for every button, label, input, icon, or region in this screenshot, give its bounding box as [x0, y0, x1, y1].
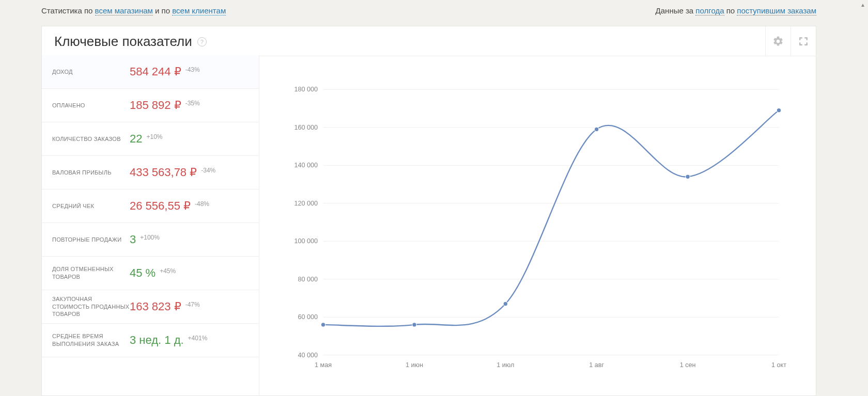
data-point[interactable]: [321, 323, 325, 327]
top-bar-text: Статистика по: [41, 6, 95, 15]
metric-value: 163 823 ₽: [130, 300, 181, 313]
metric-label: ВАЛОВАЯ ПРИБЫЛЬ: [52, 169, 130, 177]
fullscreen-icon: [799, 37, 808, 46]
dashboard-panel: Ключевые показатели ? ДОХОД584 244 ₽-43%: [41, 26, 816, 396]
metric-value: 22: [130, 132, 142, 146]
data-point[interactable]: [686, 175, 690, 179]
metric-avg_fulfilment[interactable]: СРЕДНЕЕ ВРЕМЯ ВЫПОЛНЕНИЯ ЗАКАЗА3 нед. 1 …: [42, 324, 259, 357]
metric-value: 584 244 ₽: [130, 65, 181, 78]
metric-delta: -47%: [185, 301, 200, 308]
y-tick-label: 60 000: [298, 313, 318, 321]
top-bar-right: Данные за полгода по поступившим заказам: [656, 6, 816, 15]
metric-delta: +100%: [140, 234, 160, 241]
help-icon[interactable]: ?: [197, 37, 207, 46]
y-tick-label: 180 000: [294, 86, 318, 93]
x-tick-label: 1 мая: [315, 361, 332, 369]
link-all-shops[interactable]: всем магазинам: [95, 6, 153, 15]
metric-label: ЗАКУПОЧНАЯ СТОИМОСТЬ ПРОДАННЫХ ТОВАРОВ: [52, 295, 130, 319]
top-bar-text: и по: [155, 6, 172, 15]
x-tick-label: 1 окт: [771, 361, 786, 369]
page: ▲ Статистика по всем магазинам и по всем…: [0, 0, 868, 396]
link-period[interactable]: полгода: [695, 6, 724, 15]
data-point[interactable]: [777, 108, 781, 112]
metric-label: ДОЛЯ ОТМЕНЕННЫХ ТОВАРОВ: [52, 265, 130, 281]
metrics-list: ДОХОД584 244 ₽-43%ОПЛАЧЕНО185 892 ₽-35%К…: [42, 55, 259, 395]
top-bar-text: по: [726, 6, 737, 15]
top-bar-left: Статистика по всем магазинам и по всем к…: [41, 6, 226, 15]
metric-avg_check[interactable]: СРЕДНИЙ ЧЕК26 556,55 ₽-48%: [42, 189, 259, 223]
fullscreen-button[interactable]: [791, 26, 816, 56]
link-all-clients[interactable]: всем клиентам: [172, 6, 226, 15]
metric-cancel_share[interactable]: ДОЛЯ ОТМЕНЕННЫХ ТОВАРОВ45 %+45%: [42, 257, 259, 290]
y-tick-label: 100 000: [294, 237, 318, 245]
y-tick-label: 80 000: [298, 276, 318, 283]
metric-value: 3 нед. 1 д.: [130, 334, 184, 347]
settings-button[interactable]: [765, 26, 791, 56]
panel-body: ДОХОД584 244 ₽-43%ОПЛАЧЕНО185 892 ₽-35%К…: [42, 55, 816, 395]
metric-delta: -35%: [185, 100, 200, 107]
metric-delta: +10%: [146, 133, 162, 140]
panel-tools: [765, 26, 816, 56]
metric-delta: +401%: [188, 335, 208, 342]
scrollbar-up[interactable]: ▲: [859, 0, 867, 9]
x-tick-label: 1 июн: [406, 361, 423, 369]
metric-label: ОПЛАЧЕНО: [52, 102, 130, 109]
top-bar: Статистика по всем магазинам и по всем к…: [0, 0, 868, 21]
y-tick-label: 160 000: [294, 124, 318, 131]
gear-icon: [772, 36, 784, 47]
metric-label: СРЕДНЕЕ ВРЕМЯ ВЫПОЛНЕНИЯ ЗАКАЗА: [52, 332, 130, 348]
link-incoming-orders[interactable]: поступившим заказам: [737, 6, 816, 15]
data-point[interactable]: [412, 323, 416, 327]
metric-label: ПОВТОРНЫЕ ПРОДАЖИ: [52, 236, 130, 244]
x-tick-label: 1 июл: [497, 361, 514, 369]
metric-revenue[interactable]: ДОХОД584 244 ₽-43%: [42, 55, 259, 89]
x-tick-label: 1 авг: [589, 361, 604, 369]
panel-header: Ключевые показатели ?: [42, 26, 816, 56]
metric-value: 3: [130, 233, 136, 246]
metric-value: 26 556,55 ₽: [130, 199, 191, 213]
y-tick-label: 40 000: [298, 352, 318, 359]
y-tick-label: 140 000: [294, 162, 318, 169]
metric-value: 433 563,78 ₽: [130, 166, 197, 179]
metric-orders[interactable]: КОЛИЧЕСТВО ЗАКАЗОВ22+10%: [42, 122, 259, 156]
x-tick-label: 1 сен: [680, 361, 696, 369]
metric-value: 45 %: [130, 266, 156, 280]
metric-repeat_sales[interactable]: ПОВТОРНЫЕ ПРОДАЖИ3+100%: [42, 223, 259, 257]
metric-cogs[interactable]: ЗАКУПОЧНАЯ СТОИМОСТЬ ПРОДАННЫХ ТОВАРОВ16…: [42, 290, 259, 324]
data-point[interactable]: [595, 127, 599, 131]
line-chart[interactable]: 40 00060 00080 000100 000120 000140 0001…: [285, 71, 795, 395]
metric-label: ДОХОД: [52, 68, 130, 76]
metric-delta: -43%: [185, 66, 200, 73]
metric-value: 185 892 ₽: [130, 99, 181, 112]
y-tick-label: 120 000: [294, 200, 318, 207]
chart-area: 40 00060 00080 000100 000120 000140 0001…: [259, 55, 816, 395]
panel-title: Ключевые показатели: [54, 34, 192, 50]
metric-label: СРЕДНИЙ ЧЕК: [52, 202, 130, 210]
metric-paid[interactable]: ОПЛАЧЕНО185 892 ₽-35%: [42, 89, 259, 122]
metric-label: КОЛИЧЕСТВО ЗАКАЗОВ: [52, 135, 130, 143]
metric-delta: -34%: [201, 167, 215, 174]
data-point[interactable]: [503, 302, 507, 306]
metric-gross_profit[interactable]: ВАЛОВАЯ ПРИБЫЛЬ433 563,78 ₽-34%: [42, 156, 259, 189]
metric-delta: -48%: [195, 200, 209, 208]
series-line: [323, 110, 779, 326]
top-bar-text: Данные за: [656, 6, 696, 15]
metric-delta: +45%: [160, 267, 176, 275]
